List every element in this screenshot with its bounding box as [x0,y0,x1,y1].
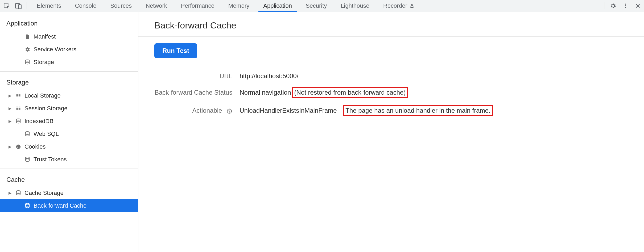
highlight-box: (Not restored from back-forward cache) [292,87,408,98]
sidebar-item-cookies[interactable]: ▸ Cookies [0,140,138,153]
inspect-element-icon[interactable] [3,2,10,9]
svg-rect-16 [19,108,20,109]
actionable-reason: UnloadHandlerExistsInMainFrame [240,107,337,114]
status-highlight: (Not restored from back-forward cache) [294,89,406,96]
svg-point-30 [229,112,230,112]
sidebar-item-label: Storage [34,59,54,66]
tab-memory[interactable]: Memory [221,0,256,12]
tab-application[interactable]: Application [256,0,299,12]
sidebar-group-title: Cache [0,172,138,187]
sidebar-item-label: Trust Tokens [34,156,67,163]
svg-point-19 [16,119,20,120]
sidebar-item-label: Web SQL [34,131,59,137]
sidebar-item-service-workers[interactable]: ▸ Service Workers [0,43,138,56]
grid-icon [15,93,22,98]
row-url: URL http://localhost:5000/ [154,72,493,80]
panel-body: Run Test URL http://localhost:5000/ Back… [138,37,644,129]
sidebar-item-websql[interactable]: ▸ Web SQL [0,128,138,140]
tab-label: Network [146,2,167,9]
sidebar-item-label: Service Workers [34,46,76,53]
bfcache-panel: Back-forward Cache Run Test URL http://l… [138,12,644,252]
sidebar-group-title: Application [0,15,138,30]
settings-icon[interactable] [610,3,616,9]
highlight-box: The page has an unload handler in the ma… [343,105,493,116]
main-tabs: Elements Console Sources Network Perform… [30,0,605,12]
svg-rect-13 [16,107,18,107]
sidebar-item-label: IndexedDB [24,118,53,125]
svg-rect-10 [19,95,20,96]
sidebar-item-storage[interactable]: ▸ Storage [0,56,138,69]
svg-point-27 [16,191,20,192]
tab-label: Memory [228,2,249,9]
expand-arrow-icon[interactable]: ▸ [7,143,12,150]
close-devtools-icon[interactable] [635,3,641,9]
svg-point-4 [625,5,626,6]
cookie-icon [15,144,22,150]
device-toolbar-icon[interactable] [15,2,22,9]
svg-point-23 [19,145,19,146]
database-icon [24,59,31,65]
help-icon[interactable] [226,108,232,114]
sidebar-item-label: Cookies [24,143,46,150]
tab-recorder[interactable]: Recorder [376,0,421,12]
status-plain: Normal navigation [240,89,291,96]
row-value: http://localhost:5000/ [239,72,493,80]
database-icon [15,190,22,196]
application-sidebar: Application ▸ Manifest ▸ Service Workers… [0,12,138,252]
sidebar-item-trust-tokens[interactable]: ▸ Trust Tokens [0,153,138,166]
svg-point-5 [625,7,626,8]
tab-sources[interactable]: Sources [103,0,139,12]
sidebar-item-local-storage[interactable]: ▸ Local Storage [0,89,138,102]
svg-rect-9 [16,95,18,96]
svg-rect-18 [19,109,20,110]
svg-rect-14 [19,107,20,107]
more-menu-icon[interactable] [623,3,629,9]
sidebar-item-label: Manifest [34,33,56,40]
gear-icon [24,47,31,52]
run-test-button[interactable]: Run Test [154,43,197,58]
bfcache-info-table: URL http://localhost:5000/ Back-forward … [154,65,493,123]
tab-performance[interactable]: Performance [174,0,221,12]
sidebar-divider [0,215,138,215]
tab-console[interactable]: Console [68,0,104,12]
sidebar-item-indexeddb[interactable]: ▸ IndexedDB [0,115,138,128]
sidebar-item-bfcache[interactable]: ▸ Back-forward Cache [0,199,138,212]
row-actionable: Actionable UnloadHandlerExistsInMainFram… [154,105,493,116]
svg-point-22 [17,146,18,146]
sidebar-item-cache-storage[interactable]: ▸ Cache Storage [0,187,138,199]
svg-point-24 [19,147,19,148]
sidebar-item-label: Back-forward Cache [34,202,86,209]
svg-point-25 [17,147,18,148]
expand-arrow-icon[interactable]: ▸ [7,105,12,112]
tabstrip-leading [3,2,27,9]
expand-arrow-icon[interactable]: ▸ [7,118,12,125]
panel-header: Back-forward Cache [138,12,644,37]
tab-lighthouse[interactable]: Lighthouse [334,0,376,12]
workspace: Application ▸ Manifest ▸ Service Workers… [0,12,644,252]
sidebar-item-manifest[interactable]: ▸ Manifest [0,30,138,43]
database-icon [24,157,31,162]
sidebar-item-session-storage[interactable]: ▸ Session Storage [0,102,138,115]
row-label: Actionable [154,105,239,116]
actionable-explanation: The page has an unload handler in the ma… [345,107,490,114]
sidebar-group-title: Storage [0,74,138,89]
tabstrip-trailing [605,2,641,9]
tab-label: Elements [37,2,61,9]
actionable-label-text: Actionable [192,107,222,114]
row-label: URL [154,72,239,80]
expand-arrow-icon[interactable]: ▸ [7,92,12,99]
sidebar-divider [0,169,138,169]
expand-arrow-icon[interactable]: ▸ [7,190,12,196]
svg-rect-8 [19,94,20,95]
svg-point-3 [625,4,626,5]
tab-elements[interactable]: Elements [30,0,68,12]
tab-security[interactable]: Security [299,0,334,12]
grid-icon [15,106,22,111]
tab-label: Console [75,2,97,9]
tab-label: Performance [181,2,214,9]
tab-network[interactable]: Network [139,0,174,12]
sidebar-item-label: Session Storage [24,105,67,112]
sidebar-item-label: Cache Storage [24,190,64,196]
database-icon [24,131,31,137]
sidebar-item-label: Local Storage [24,92,61,99]
